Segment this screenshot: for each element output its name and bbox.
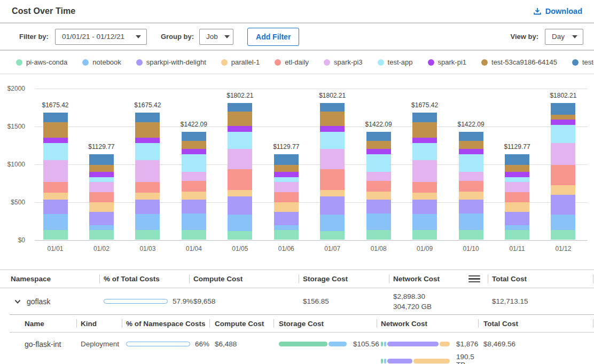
legend-item-parallel-1[interactable]: parallel-1 xyxy=(221,58,260,66)
legend-item-notebook[interactable]: notebook xyxy=(82,58,121,66)
bar-segment-etl-daily[interactable] xyxy=(366,181,391,191)
legend-item-etl-daily[interactable]: etl-daily xyxy=(275,58,309,66)
bar-segment-etl-daily[interactable] xyxy=(459,181,483,191)
bar-segment-etl-daily[interactable] xyxy=(228,169,252,190)
bar-segment-sparkpi-with-delight[interactable] xyxy=(459,200,483,213)
bar-segment-sparkpi-with-delight[interactable] xyxy=(274,212,299,225)
stacked-bar-01/10[interactable] xyxy=(459,132,483,240)
bar-segment-notebook[interactable] xyxy=(366,213,391,230)
col-pct-namespace[interactable]: % of Namespace Costs xyxy=(122,315,209,332)
legend-item-test-app[interactable]: test-app xyxy=(378,58,413,66)
bar-segment-notebook[interactable] xyxy=(459,213,483,230)
bar-segment-test-53ca9186-64145[interactable] xyxy=(43,122,68,138)
bar-segment-notebook[interactable] xyxy=(182,213,206,230)
col-compute[interactable]: Compute Cost xyxy=(189,270,299,288)
stacked-bar-01/03[interactable] xyxy=(135,113,160,240)
chevron-down-icon[interactable] xyxy=(14,298,21,305)
date-range-select[interactable]: 01/01/21 - 01/12/21 xyxy=(55,29,147,45)
bar-segment-test-pkix[interactable] xyxy=(228,103,252,112)
bar-segment-test-53ca9186-64145[interactable] xyxy=(228,112,252,126)
bar-segment-etl-daily[interactable] xyxy=(412,182,437,193)
bar-segment-sparkpi-with-delight[interactable] xyxy=(505,212,529,225)
legend-item-sparkpi-with-delight[interactable]: sparkpi-with-delight xyxy=(136,58,206,66)
bar-segment-test-53ca9186-64145[interactable] xyxy=(412,122,437,138)
view-by-select[interactable]: Day xyxy=(545,29,583,45)
bar-segment-parallel-1[interactable] xyxy=(135,193,160,200)
bar-segment-test-pkix[interactable] xyxy=(135,113,160,122)
bar-segment-test-app[interactable] xyxy=(89,177,114,182)
bar-segment-test-app[interactable] xyxy=(551,125,575,143)
stacked-bar-01/02[interactable] xyxy=(89,154,114,240)
bar-segment-etl-daily[interactable] xyxy=(551,165,575,185)
bar-segment-parallel-1[interactable] xyxy=(43,193,68,200)
bar-segment-notebook[interactable] xyxy=(274,225,299,230)
bar-segment-parallel-1[interactable] xyxy=(412,193,437,200)
bar-segment-spark-pi3[interactable] xyxy=(412,160,437,182)
column-menu-icon[interactable] xyxy=(467,274,481,284)
bar-segment-test-app[interactable] xyxy=(135,143,160,160)
bar-segment-test-pkix[interactable] xyxy=(505,154,529,165)
stacked-bar-01/04[interactable] xyxy=(182,132,206,240)
bar-segment-spark-pi1[interactable] xyxy=(320,126,345,132)
bar-segment-notebook[interactable] xyxy=(43,214,68,230)
bar-segment-spark-pi3[interactable] xyxy=(459,172,483,181)
bar-segment-test-pkix[interactable] xyxy=(274,154,299,165)
bar-segment-spark-pi1[interactable] xyxy=(43,138,68,143)
bar-segment-spark-pi1[interactable] xyxy=(366,149,391,154)
bar-segment-pi-aws-conda[interactable] xyxy=(366,230,391,240)
bar-segment-sparkpi-with-delight[interactable] xyxy=(135,200,160,215)
stacked-bar-01/08[interactable] xyxy=(366,132,391,240)
bar-segment-etl-daily[interactable] xyxy=(43,182,68,193)
bar-segment-parallel-1[interactable] xyxy=(459,192,483,200)
bar-segment-spark-pi1[interactable] xyxy=(551,120,575,125)
bar-segment-spark-pi1[interactable] xyxy=(89,172,114,177)
bar-segment-sparkpi-with-delight[interactable] xyxy=(182,200,206,213)
bar-segment-spark-pi1[interactable] xyxy=(274,172,299,177)
bar-segment-spark-pi3[interactable] xyxy=(228,149,252,170)
bar-segment-test-53ca9186-64145[interactable] xyxy=(505,165,529,172)
col-name[interactable]: Name xyxy=(10,315,76,332)
bar-segment-test-pkix[interactable] xyxy=(459,132,483,141)
bar-segment-test-pkix[interactable] xyxy=(551,103,575,115)
namespace-row-goflask[interactable]: goflask 57.9% $9,658 $156.85 $2,898.30 3… xyxy=(0,288,594,314)
bar-segment-pi-aws-conda[interactable] xyxy=(43,230,68,240)
bar-segment-spark-pi3[interactable] xyxy=(274,182,299,192)
col-total[interactable]: Total Cost xyxy=(478,315,594,332)
bar-segment-notebook[interactable] xyxy=(89,225,114,230)
bar-segment-test-pkix[interactable] xyxy=(89,154,114,165)
bar-segment-sparkpi-with-delight[interactable] xyxy=(228,196,252,215)
bar-segment-pi-aws-conda[interactable] xyxy=(89,230,114,240)
bar-segment-spark-pi1[interactable] xyxy=(182,149,206,154)
stacked-bar-01/01[interactable] xyxy=(43,113,68,240)
bar-segment-spark-pi3[interactable] xyxy=(366,172,391,181)
bar-segment-etl-daily[interactable] xyxy=(274,192,299,202)
bar-segment-test-53ca9186-64145[interactable] xyxy=(320,112,345,126)
bar-segment-test-53ca9186-64145[interactable] xyxy=(274,165,299,172)
col-total[interactable]: Total Cost xyxy=(488,270,594,288)
col-storage[interactable]: Storage Cost xyxy=(299,270,389,288)
col-storage[interactable]: Storage Cost xyxy=(273,315,377,332)
bar-segment-parallel-1[interactable] xyxy=(274,202,299,212)
bar-segment-pi-aws-conda[interactable] xyxy=(459,230,483,240)
bar-segment-test-pkix[interactable] xyxy=(366,132,391,141)
bar-segment-notebook[interactable] xyxy=(135,214,160,230)
bar-segment-etl-daily[interactable] xyxy=(320,169,345,190)
add-filter-button[interactable]: Add Filter xyxy=(247,28,299,46)
bar-segment-spark-pi3[interactable] xyxy=(182,172,206,181)
bar-segment-spark-pi1[interactable] xyxy=(412,138,437,143)
bar-segment-pi-aws-conda[interactable] xyxy=(412,230,437,240)
bar-segment-pi-aws-conda[interactable] xyxy=(505,230,529,240)
bar-segment-etl-daily[interactable] xyxy=(182,181,206,191)
bar-segment-test-app[interactable] xyxy=(182,154,206,172)
col-compute[interactable]: Compute Cost xyxy=(209,315,273,332)
bar-segment-parallel-1[interactable] xyxy=(505,202,529,212)
stacked-bar-01/12[interactable] xyxy=(551,103,575,240)
bar-segment-parallel-1[interactable] xyxy=(182,192,206,200)
bar-segment-notebook[interactable] xyxy=(228,215,252,231)
col-network[interactable]: Network Cost xyxy=(377,315,478,332)
bar-segment-test-53ca9186-64145[interactable] xyxy=(182,141,206,149)
bar-segment-test-53ca9186-64145[interactable] xyxy=(89,165,114,172)
bar-segment-test-53ca9186-64145[interactable] xyxy=(135,122,160,138)
download-button[interactable]: Download xyxy=(533,7,582,15)
bar-segment-parallel-1[interactable] xyxy=(228,190,252,196)
